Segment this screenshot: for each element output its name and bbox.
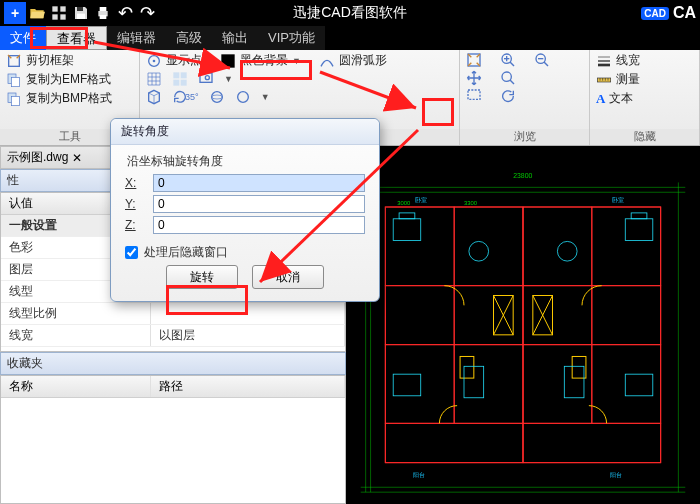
rotate-35-tool[interactable]: 35° [172, 89, 199, 105]
svg-rect-36 [468, 90, 480, 99]
ribbon-smootharc[interactable]: 圆滑弧形 [319, 52, 387, 69]
rotate-button[interactable]: 旋转 [166, 265, 238, 289]
ribbon-lineweight[interactable]: 线宽 [596, 52, 640, 69]
undo-icon[interactable]: ↶ [114, 2, 136, 24]
axis-x-label: X: [125, 176, 143, 190]
hide-after-checkbox[interactable] [125, 246, 138, 259]
chevron-down-icon: ▼ [292, 56, 301, 66]
svg-rect-5 [77, 14, 85, 19]
menu-output[interactable]: 输出 [212, 26, 258, 50]
menu-vip[interactable]: VIP功能 [258, 26, 325, 50]
svg-rect-67 [523, 423, 661, 462]
orbit-icon[interactable] [209, 89, 225, 105]
axis-x-input[interactable] [153, 174, 365, 192]
svg-rect-13 [11, 96, 19, 105]
open-icon[interactable] [26, 2, 48, 24]
svg-rect-1 [60, 6, 65, 11]
ribbon-text[interactable]: A 文本 [596, 90, 640, 107]
svg-rect-74 [460, 356, 474, 378]
svg-rect-0 [52, 6, 57, 11]
svg-rect-57 [454, 286, 523, 345]
favorites-panel-title: 收藏夹 [0, 352, 346, 375]
svg-point-34 [502, 72, 511, 81]
close-icon[interactable]: ✕ [72, 151, 82, 165]
app-title: 迅捷CAD看图软件 [293, 4, 407, 22]
redo-icon[interactable]: ↷ [136, 2, 158, 24]
zoom-out-icon[interactable] [534, 52, 550, 68]
menu-advanced[interactable]: 高级 [166, 26, 212, 50]
svg-text:卧室: 卧室 [415, 196, 427, 203]
ribbon-measure[interactable]: 测量 [596, 71, 640, 88]
save-icon[interactable] [70, 2, 92, 24]
svg-line-35 [510, 80, 514, 84]
print-icon[interactable] [92, 2, 114, 24]
chevron-down-icon[interactable]: ▼ [261, 92, 270, 102]
svg-rect-17 [173, 72, 179, 78]
prop-row[interactable]: 线型比例 [1, 303, 345, 325]
svg-rect-61 [523, 207, 592, 286]
svg-point-24 [211, 95, 222, 99]
svg-rect-80 [393, 374, 421, 396]
svg-text:3300: 3300 [464, 200, 478, 206]
fav-col-path: 路径 [151, 376, 345, 397]
axis-y-input[interactable] [153, 195, 365, 213]
axis-z-input[interactable] [153, 216, 365, 234]
zoom-window-icon-2[interactable] [466, 88, 482, 104]
chevron-down-icon[interactable]: ▼ [224, 74, 233, 84]
cube-icon[interactable] [146, 89, 162, 105]
svg-point-22 [205, 76, 209, 80]
menu-viewer[interactable]: 查看器 [46, 26, 107, 50]
svg-rect-7 [100, 7, 107, 11]
cad-text: CA [673, 4, 696, 22]
svg-rect-76 [393, 219, 421, 241]
ribbon-group-hide-label: 隐藏 [590, 129, 699, 145]
svg-rect-20 [181, 80, 187, 86]
file-tab[interactable]: 示例图.dwg ✕ [7, 149, 82, 166]
grid-icon[interactable] [146, 71, 162, 87]
svg-rect-63 [523, 286, 592, 345]
svg-rect-79 [631, 213, 647, 219]
svg-rect-81 [625, 374, 653, 396]
svg-rect-78 [625, 219, 653, 241]
dialog-title: 旋转角度 [111, 119, 379, 145]
orbit-icon-2[interactable] [235, 89, 251, 105]
rotate-dialog: 旋转角度 沿坐标轴旋转角度 X: Y: Z: 处理后隐藏窗口 旋转 取消 [110, 118, 380, 302]
ribbon-blackbg[interactable]: 黑色背景 ▼ [220, 52, 301, 69]
zoom-extents-icon[interactable] [466, 52, 482, 68]
ribbon-clipframe[interactable]: 剪切框架 [6, 52, 112, 69]
svg-text:卧室: 卧室 [612, 196, 624, 203]
svg-rect-85 [564, 366, 584, 397]
menu-file[interactable]: 文件 [0, 26, 46, 50]
svg-text:阳台: 阳台 [610, 472, 622, 478]
svg-text:3000: 3000 [397, 200, 411, 206]
drawing-canvas[interactable]: 阳台阳台 卧室卧室 23800 3000 3300 [346, 146, 700, 504]
pan-icon[interactable] [466, 70, 482, 86]
new-button[interactable]: + [4, 2, 26, 24]
ribbon-copy-bmp[interactable]: 复制为BMP格式 [6, 90, 112, 107]
dialog-group-label: 沿坐标轴旋转角度 [125, 153, 365, 170]
ribbon-group-browse-label: 浏览 [460, 129, 589, 145]
svg-rect-77 [399, 213, 415, 219]
svg-rect-19 [173, 80, 179, 86]
svg-rect-8 [100, 15, 107, 19]
fav-col-name: 名称 [1, 376, 151, 397]
prop-row[interactable]: 线宽以图层 [1, 325, 345, 347]
svg-point-82 [469, 241, 489, 261]
cancel-button[interactable]: 取消 [252, 265, 324, 289]
svg-rect-55 [454, 207, 523, 286]
refresh-icon[interactable] [500, 88, 516, 104]
menu-editor[interactable]: 编辑器 [107, 26, 166, 50]
grid-icon-2[interactable] [172, 71, 188, 87]
svg-rect-18 [181, 72, 187, 78]
svg-rect-3 [60, 14, 65, 19]
zoom-icon[interactable] [500, 70, 516, 86]
ribbon-showpoints[interactable]: 显示点 [146, 52, 202, 69]
ribbon-copy-emf[interactable]: 复制为EMF格式 [6, 71, 112, 88]
axis-z-label: Z: [125, 218, 143, 232]
app-boxes-icon[interactable] [48, 2, 70, 24]
svg-text:阳台: 阳台 [413, 472, 425, 478]
cad-badge: CAD [641, 7, 669, 20]
zoom-in-icon[interactable] [500, 52, 516, 68]
zoom-window-icon[interactable] [198, 71, 214, 87]
svg-point-23 [211, 92, 222, 103]
